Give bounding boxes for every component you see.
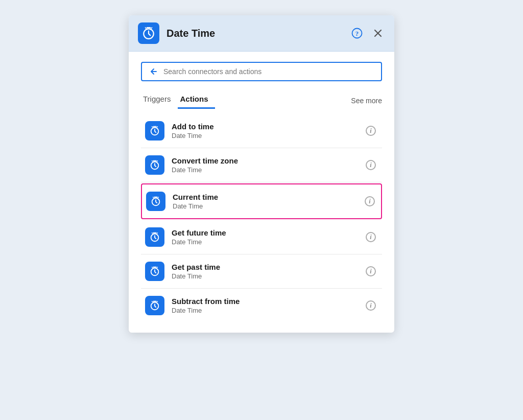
clock-icon xyxy=(149,300,160,311)
clock-icon xyxy=(149,231,160,243)
action-name: Add to time xyxy=(172,122,364,131)
info-button-add-to-time[interactable]: i xyxy=(364,124,378,138)
clock-icon xyxy=(149,159,160,171)
action-item-subtract-from-time[interactable]: Subtract from time Date Time i xyxy=(141,289,382,322)
svg-text:?: ? xyxy=(355,30,359,37)
action-item-add-to-time[interactable]: Add to time Date Time i xyxy=(141,114,382,148)
action-item-convert-time-zone[interactable]: Convert time zone Date Time i xyxy=(141,148,382,182)
action-connector: Date Time xyxy=(172,166,364,174)
clock-icon xyxy=(150,196,161,207)
action-item-current-time[interactable]: Current time Date Time i xyxy=(141,183,382,219)
panel-header: Date Time ? xyxy=(129,15,394,52)
clock-icon xyxy=(142,27,155,40)
info-circle-icon: i xyxy=(366,300,376,311)
action-item-get-future-time[interactable]: Get future time Date Time i xyxy=(141,220,382,254)
action-connector: Date Time xyxy=(172,307,364,314)
action-name: Convert time zone xyxy=(172,156,364,165)
action-list: Add to time Date Time i xyxy=(141,114,382,322)
action-text-subtract-from-time: Subtract from time Date Time xyxy=(172,297,364,314)
search-input[interactable] xyxy=(163,67,374,76)
info-button-subtract-from-time[interactable]: i xyxy=(364,298,378,313)
info-circle-icon: i xyxy=(366,266,376,276)
close-button[interactable] xyxy=(371,26,385,40)
action-text-convert-time-zone: Convert time zone Date Time xyxy=(172,156,364,174)
action-icon-get-future-time xyxy=(145,227,164,247)
panel-body: Triggers Actions See more xyxy=(129,52,394,333)
help-icon: ? xyxy=(351,28,363,39)
info-button-get-future-time[interactable]: i xyxy=(364,230,378,244)
action-text-get-future-time: Get future time Date Time xyxy=(172,228,364,246)
action-name: Current time xyxy=(173,193,363,201)
action-icon-convert-time-zone xyxy=(145,155,164,175)
close-icon xyxy=(373,28,383,38)
action-item-get-past-time[interactable]: Get past time Date Time i xyxy=(141,254,382,289)
action-text-get-past-time: Get past time Date Time xyxy=(172,263,364,280)
action-icon-current-time xyxy=(146,192,165,211)
action-name: Get future time xyxy=(172,228,364,237)
tab-triggers[interactable]: Triggers xyxy=(141,92,178,109)
action-connector: Date Time xyxy=(172,238,364,246)
action-connector: Date Time xyxy=(172,132,364,139)
info-circle-icon: i xyxy=(365,196,375,206)
tab-actions[interactable]: Actions xyxy=(178,92,215,109)
action-text-current-time: Current time Date Time xyxy=(173,193,363,210)
action-text-add-to-time: Add to time Date Time xyxy=(172,122,364,139)
header-actions: ? xyxy=(349,26,385,41)
search-bar xyxy=(141,62,382,81)
action-connector: Date Time xyxy=(173,202,363,210)
action-name: Get past time xyxy=(172,263,364,271)
clock-icon xyxy=(149,125,160,136)
info-button-convert-time-zone[interactable]: i xyxy=(364,158,378,172)
date-time-panel: Date Time ? xyxy=(129,15,394,333)
info-button-current-time[interactable]: i xyxy=(363,194,377,208)
action-name: Subtract from time xyxy=(172,297,364,306)
info-circle-icon: i xyxy=(366,232,376,242)
action-icon-subtract-from-time xyxy=(145,296,164,315)
tabs-row: Triggers Actions See more xyxy=(141,92,382,109)
back-arrow-icon xyxy=(149,67,158,76)
info-circle-icon: i xyxy=(366,126,376,136)
clock-icon xyxy=(149,266,160,277)
see-more-button[interactable]: See more xyxy=(351,97,382,105)
panel-title: Date Time xyxy=(167,28,349,39)
action-icon-get-past-time xyxy=(145,262,164,281)
action-connector: Date Time xyxy=(172,272,364,280)
tabs: Triggers Actions xyxy=(141,92,351,109)
action-icon-add-to-time xyxy=(145,121,164,141)
connector-icon xyxy=(138,22,159,44)
info-button-get-past-time[interactable]: i xyxy=(364,264,378,278)
search-back-button[interactable] xyxy=(149,67,158,76)
help-button[interactable]: ? xyxy=(349,26,365,41)
info-circle-icon: i xyxy=(366,160,376,170)
